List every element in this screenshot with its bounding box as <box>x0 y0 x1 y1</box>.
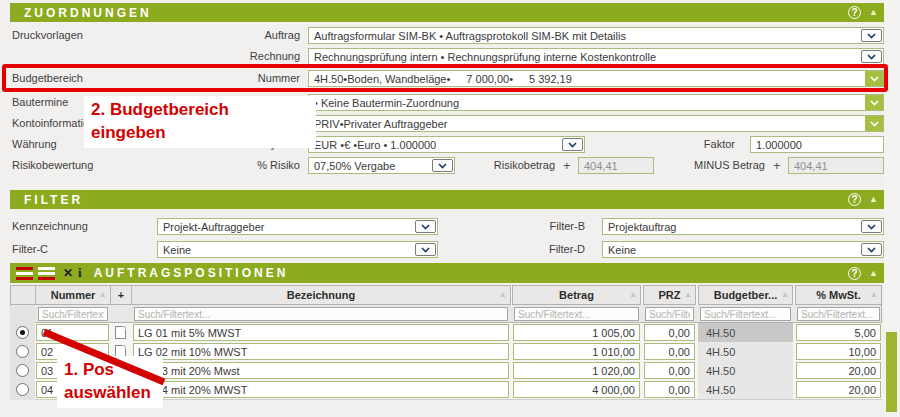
plus-icon: + <box>563 157 571 174</box>
cell-prz[interactable]: 0,00 <box>644 324 695 341</box>
column-header-bezeichnung[interactable]: Bezeichnung ▲ <box>131 285 511 305</box>
chevron-down-icon[interactable] <box>861 220 882 233</box>
label-risikobetrag: Risikobetrag <box>445 157 555 174</box>
help-icon[interactable]: ? <box>848 6 861 19</box>
annotation-step2: 2. Budgetbereich eingeben <box>84 96 316 148</box>
filter-input-bezeichnung[interactable] <box>134 307 508 321</box>
cell-budgetbereich: 4H.50 <box>698 361 793 380</box>
chevron-down-icon[interactable] <box>865 95 883 110</box>
rechnung-select[interactable]: Rechnungsprüfung intern • Rechnungsprüfu… <box>308 48 884 65</box>
row-select-radio[interactable] <box>16 383 29 396</box>
filter-input-betrag[interactable] <box>514 307 639 321</box>
cell-betrag[interactable]: 1 005,00 <box>513 324 640 341</box>
faktor-input[interactable]: 1.000000 <box>750 136 884 153</box>
plus-icon: + <box>118 289 124 301</box>
cell-mwst[interactable]: 20,00 <box>796 381 881 398</box>
chevron-down-icon[interactable] <box>865 116 883 131</box>
filter-input-budget[interactable] <box>700 307 791 321</box>
sort-icon[interactable]: ▲ <box>99 291 107 299</box>
section-title-positionen: AUFTRAGSPOSITIONEN <box>94 266 289 280</box>
bautermine-combo[interactable]: • Keine Bautermin-Zuordnung <box>308 94 884 111</box>
sort-icon[interactable]: ▲ <box>781 291 789 299</box>
sort-icon[interactable]: ▲ <box>684 291 692 299</box>
kennzeichnung-select[interactable]: Projekt-Auftraggeber <box>157 218 438 235</box>
chevron-down-icon[interactable] <box>861 243 882 256</box>
chevron-down-icon[interactable] <box>861 50 882 63</box>
column-header-prz[interactable]: PRZ ▲ <box>643 285 696 305</box>
column-header-plus[interactable]: + <box>110 285 132 305</box>
filter-input-prz[interactable] <box>645 307 694 321</box>
risikobetrag-input: 404,41 <box>578 157 654 174</box>
cell-budgetbereich: 4H.50 <box>698 380 793 399</box>
faktor-value: 1.000000 <box>756 139 802 151</box>
info-icon[interactable]: i <box>78 265 82 281</box>
label-bautermine: Bautermine <box>12 94 68 111</box>
filter-b-value: Projektauftrag <box>608 221 861 233</box>
chevron-down-icon[interactable] <box>415 243 436 256</box>
cell-value: 1 020,00 <box>592 365 635 377</box>
minus-betrag-value: 404,41 <box>794 160 828 172</box>
chevron-down-icon[interactable] <box>865 71 883 86</box>
annotation-step1: 1. Pos auswählen <box>57 356 163 408</box>
chevron-down-icon[interactable] <box>861 29 882 42</box>
cell-value: 10,00 <box>848 346 876 358</box>
document-icon[interactable] <box>115 326 126 339</box>
cell-mwst[interactable]: 5,00 <box>796 324 881 341</box>
cell-mwst[interactable]: 10,00 <box>796 343 881 360</box>
filter-c-select[interactable]: Keine <box>157 241 438 258</box>
label-risikobewertung: Risikobewertung <box>12 157 93 174</box>
collapse-icon[interactable]: ▲ <box>869 269 878 278</box>
kontoinformation-combo[interactable]: PRIV•Privater Auftraggeber <box>308 115 884 132</box>
column-header-mwst[interactable]: % MwSt. ▲ <box>795 285 882 305</box>
cell-prz[interactable]: 0,00 <box>644 381 695 398</box>
sort-icon[interactable]: ▲ <box>870 291 878 299</box>
annotation-step2-line1: 2. Budgetbereich <box>91 98 309 121</box>
cell-nummer[interactable]: 01 <box>36 324 109 341</box>
cell-bezeichnung[interactable]: LG 02 mit 10% MWST <box>133 343 509 360</box>
cell-value: 0,00 <box>669 346 690 358</box>
budgetbereich-combo[interactable]: 4H.50•Boden, Wandbeläge• 7 000,00• 5 392… <box>308 70 884 87</box>
vertical-scrollbar-thumb[interactable] <box>886 332 897 412</box>
risiko-select[interactable]: 07,50% Vergabe <box>308 157 455 174</box>
annotation-step2-line2: eingeben <box>91 121 309 144</box>
group-view-red-icon[interactable] <box>16 267 33 280</box>
collapse-icon[interactable]: ▲ <box>869 8 878 17</box>
row-select-radio[interactable] <box>16 345 29 358</box>
cell-bezeichnung[interactable]: LG 04 mit 20% MWST <box>133 381 509 398</box>
filter-d-select[interactable]: Keine <box>602 241 884 258</box>
row-select-radio[interactable] <box>16 326 29 339</box>
chevron-down-icon[interactable] <box>415 220 436 233</box>
sort-icon[interactable]: ▲ <box>629 291 637 299</box>
cell-prz[interactable]: 0,00 <box>644 343 695 360</box>
cell-value: 02 <box>41 346 53 358</box>
cell-prz[interactable]: 0,00 <box>644 362 695 379</box>
waehrung-select[interactable]: EUR •€ •Euro • 1.000000 <box>308 136 585 153</box>
cell-mwst[interactable]: 20,00 <box>796 362 881 379</box>
cell-bezeichnung[interactable]: LG 03 mit 20% Mwst <box>133 362 509 379</box>
cell-betrag[interactable]: 1 020,00 <box>513 362 640 379</box>
filter-b-select[interactable]: Projektauftrag <box>602 218 884 235</box>
cell-bezeichnung[interactable]: LG 01 mit 5% MWST <box>133 324 509 341</box>
help-icon[interactable]: ? <box>848 267 861 280</box>
label-filter-b: Filter-B <box>480 218 585 235</box>
filter-input-mwst[interactable] <box>797 307 880 321</box>
help-icon[interactable]: ? <box>848 193 861 206</box>
cell-betrag[interactable]: 1 010,00 <box>513 343 640 360</box>
annotation-step1-line1: 1. Pos <box>64 358 156 381</box>
column-header-budgetbereich[interactable]: Budgetber... ▲ <box>698 285 793 305</box>
row-select-radio[interactable] <box>16 364 29 377</box>
cell-value: 01 <box>41 327 53 339</box>
waehrung-value: EUR •€ •Euro • 1.000000 <box>314 139 562 151</box>
chevron-down-icon[interactable] <box>562 138 583 151</box>
group-view-white-icon[interactable] <box>38 267 55 280</box>
close-icon[interactable]: ✕ <box>63 266 73 280</box>
cell-value: 20,00 <box>848 384 876 396</box>
auftrag-select[interactable]: Auftragsformular SIM-BK • Auftragsprotok… <box>308 27 884 44</box>
column-header-label: Betrag <box>559 289 594 301</box>
sort-icon[interactable]: ▲ <box>499 291 507 299</box>
column-header-nummer[interactable]: Nummer ▲ <box>35 285 111 305</box>
filter-input-nummer[interactable] <box>38 307 108 321</box>
column-header-betrag[interactable]: Betrag ▲ <box>512 285 641 305</box>
cell-betrag[interactable]: 4 000,00 <box>513 381 640 398</box>
collapse-icon[interactable]: ▲ <box>869 195 878 204</box>
